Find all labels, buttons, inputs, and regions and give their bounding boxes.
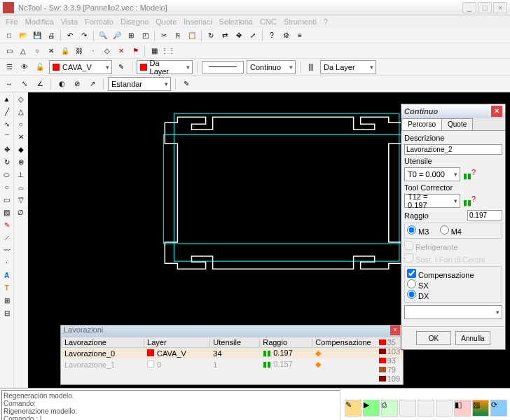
zoom-out-icon[interactable]: 🔎 <box>111 29 123 42</box>
tab-quote[interactable]: Quote <box>441 118 473 130</box>
table-row[interactable]: Lavorazione_0 CAVA_V 34 ▮▮ 0.197 ◆ <box>62 348 403 359</box>
dim-diameter-icon[interactable]: ⊘ <box>71 78 83 90</box>
snap-near-icon[interactable]: ▽ <box>15 196 27 207</box>
menu-disegno[interactable]: Disegno <box>118 18 151 26</box>
snap-none-icon[interactable]: ∅ <box>15 209 27 220</box>
zoom-in-icon[interactable]: 🔍 <box>97 29 109 42</box>
new-icon[interactable]: □ <box>3 29 15 42</box>
diamond-icon[interactable]: ◇ <box>101 45 113 57</box>
layer-props-icon[interactable]: ☰ <box>3 61 15 74</box>
dx-radio[interactable]: DX <box>407 292 429 300</box>
log-icon-8[interactable]: ▨ <box>472 400 489 416</box>
log-icon-7[interactable]: ◧ <box>454 400 471 416</box>
col-utensile[interactable]: Utensile <box>210 337 260 348</box>
dim-radius-icon[interactable]: ◐ <box>55 78 68 90</box>
col-raggio[interactable]: Raggio <box>260 337 312 348</box>
snap-quad-icon[interactable]: ◆ <box>15 146 27 157</box>
cross-icon[interactable]: ✕ <box>45 45 57 57</box>
toolcorr-combo[interactable]: T12 = 0.197 <box>404 194 460 208</box>
snap-node-icon[interactable]: ✕ <box>15 133 27 144</box>
maximize-button[interactable]: □ <box>478 2 492 13</box>
dropper-icon[interactable]: ⟋ <box>1 234 13 245</box>
rotate-icon[interactable]: ↻ <box>205 29 217 42</box>
menu-help[interactable]: ? <box>321 18 331 26</box>
spline-icon[interactable]: 〰 <box>1 246 13 258</box>
log-icon-9[interactable]: ⟳ <box>490 400 507 416</box>
layer-combo[interactable]: CAVA_V <box>49 60 112 74</box>
point-icon[interactable]: · <box>87 45 99 57</box>
lavorazioni-close-icon[interactable]: × <box>390 326 400 335</box>
rotate-tool-icon[interactable]: ↻ <box>1 158 13 169</box>
menu-formato[interactable]: Formato <box>82 18 116 26</box>
settings-icon[interactable]: ⚙ <box>280 29 292 42</box>
lineweight-icon[interactable]: ||| <box>305 61 317 74</box>
point-tool-icon[interactable]: · <box>1 259 13 270</box>
menu-strumenti[interactable]: Strumenti <box>281 18 319 26</box>
col-lavorazione[interactable]: Lavorazione <box>62 337 144 348</box>
zoom-window-icon[interactable]: ◰ <box>139 29 151 42</box>
annulla-button[interactable]: Annulla <box>455 331 490 345</box>
menu-seleziona[interactable]: Seleziona <box>216 18 256 26</box>
layers-icon[interactable]: ≡ <box>294 29 306 42</box>
menu-inserisci[interactable]: Inserisci <box>181 18 214 26</box>
dim-angular-icon[interactable]: ∠ <box>34 78 46 90</box>
snap-end-icon[interactable]: ◇ <box>15 95 27 106</box>
layer-lock-icon[interactable]: 🔓 <box>34 61 46 74</box>
menu-file[interactable]: File <box>3 18 21 26</box>
menu-modifica[interactable]: Modifica <box>22 18 57 26</box>
log-icon-5[interactable] <box>418 400 434 416</box>
layer-edit-icon[interactable]: ✎ <box>115 61 127 74</box>
table-row[interactable]: Lavorazione_1 0 1 ▮▮ 0.157 ◆ <box>62 359 403 370</box>
layer-vis-icon[interactable]: 👁 <box>18 61 31 74</box>
dim-aligned-icon[interactable]: ⤡ <box>18 78 31 90</box>
circle-icon[interactable]: ○ <box>31 45 43 57</box>
dim-leader-icon[interactable]: ↗ <box>86 78 99 90</box>
close-button[interactable]: × <box>493 2 507 13</box>
compensazione-check[interactable]: Compensazione <box>407 271 474 279</box>
lineweight-combo[interactable]: Da Layer <box>320 60 376 74</box>
block-icon[interactable]: ⊞ <box>1 297 13 308</box>
descrizione-input[interactable] <box>404 144 502 155</box>
scale-icon[interactable]: ⤢ <box>247 29 259 42</box>
flag-icon[interactable]: ⚑ <box>129 45 142 57</box>
circle-tool-icon[interactable]: ○ <box>1 183 13 195</box>
polyline-icon[interactable]: ∿ <box>1 120 13 132</box>
cut-icon[interactable]: ✂ <box>158 29 170 42</box>
pencil-icon[interactable]: ✎ <box>1 221 13 232</box>
triangle-icon[interactable]: △ <box>17 45 29 57</box>
redo-icon[interactable]: ↷ <box>78 29 90 42</box>
open-icon[interactable]: 📂 <box>17 29 29 42</box>
rect-tool-icon[interactable]: ▭ <box>1 196 13 207</box>
paste-icon[interactable]: 📋 <box>186 29 198 42</box>
lock-icon[interactable]: 🔒 <box>59 45 71 57</box>
delete-icon[interactable]: ✕ <box>115 45 127 57</box>
sx-radio[interactable]: SX <box>407 281 429 290</box>
zoom-fit-icon[interactable]: ⊞ <box>125 29 137 42</box>
menu-quote[interactable]: Quote <box>153 18 179 26</box>
mirror-icon[interactable]: ⇄ <box>219 29 231 42</box>
minimize-button[interactable]: _ <box>462 2 476 13</box>
snap-int-icon[interactable]: ⊗ <box>15 158 27 169</box>
log-icon-4[interactable] <box>399 400 416 416</box>
menu-cnc[interactable]: CNC <box>257 18 280 26</box>
m4-radio[interactable]: M4 <box>440 227 462 236</box>
arc-icon[interactable]: ⌒ <box>1 133 13 144</box>
text-icon[interactable]: T <box>1 284 13 295</box>
copy-icon[interactable]: ⎘ <box>172 29 184 42</box>
dialog-close-icon[interactable]: × <box>491 106 502 117</box>
linetype-combo[interactable]: Continuo <box>247 60 296 74</box>
pointer-icon[interactable]: ▲ <box>1 95 13 106</box>
dim-edit-icon[interactable]: ✎ <box>180 78 193 90</box>
log-icon-3[interactable]: ⎙ <box>381 400 398 416</box>
col-layer[interactable]: Layer <box>144 337 210 348</box>
hatch-icon[interactable]: ▨ <box>1 209 13 220</box>
color-combo[interactable]: Da Layer <box>137 60 193 74</box>
grid-icon[interactable]: ▦ <box>148 45 160 57</box>
refrigerante-check[interactable]: Refrigerante <box>404 241 502 251</box>
log-icon-1[interactable]: ✎ <box>345 400 361 416</box>
save-icon[interactable]: 💾 <box>31 29 43 42</box>
menu-vista[interactable]: Vista <box>58 18 81 26</box>
move-tool-icon[interactable]: ✥ <box>1 146 13 157</box>
line-icon[interactable]: ╱ <box>1 108 13 119</box>
rect-icon[interactable]: ▭ <box>3 45 15 57</box>
